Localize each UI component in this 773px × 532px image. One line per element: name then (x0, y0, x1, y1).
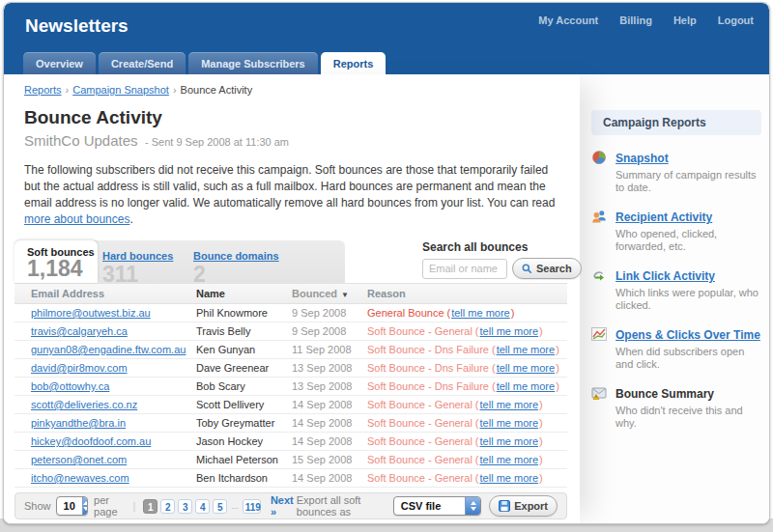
export-format-select[interactable]: CSV file (393, 496, 481, 516)
logout-link[interactable]: Logout (718, 14, 754, 26)
tell-me-more-link[interactable]: tell me more (497, 380, 556, 392)
tab-reports[interactable]: Reports (321, 52, 386, 74)
table-row: hickey@doofdoof.com.au Jason Hockey 14 S… (14, 433, 567, 451)
bounce-reason: Soft Bounce - Dns Failure(tell me more) (367, 362, 567, 374)
help-link[interactable]: Help (673, 14, 697, 26)
bounce-tabs-row: Soft bounces 1,184 Hard bounces 311 Boun… (14, 240, 567, 283)
reason-text: Soft Bounce - General (367, 435, 472, 447)
tell-me-more-link[interactable]: tell me more (480, 325, 539, 337)
tab-hard-bounces[interactable]: Hard bounces 311 (102, 246, 173, 285)
page-last[interactable]: 119 (243, 499, 261, 514)
reason-text: Soft Bounce - General (367, 417, 472, 429)
table-footer: Show 10 per page | 1 2 3 4 5 ... 119 Nex… (14, 492, 567, 519)
table-row: david@pir8mov.com Dave Greenear 13 Sep 2… (14, 359, 567, 378)
reason-text: Soft Bounce - Dns Failure (367, 380, 489, 392)
tell-me-more-link[interactable]: tell me more (480, 454, 539, 465)
bounce-date: 14 Sep 2008 (292, 435, 367, 447)
pie-chart-icon (591, 149, 608, 194)
link-click-activity-desc: Which links were popular, who clicked. (616, 287, 761, 312)
bounce-date: 9 Sep 2008 (292, 325, 367, 337)
page-3[interactable]: 3 (178, 499, 192, 514)
email-link[interactable]: hickey@doofdoof.com.au (31, 435, 151, 447)
people-icon (591, 208, 608, 253)
tell-me-more-link[interactable]: tell me more (451, 307, 510, 319)
sort-desc-icon: ▼ (341, 291, 349, 299)
billing-link[interactable]: Billing (619, 14, 652, 26)
bounce-date: 15 Sep 2008 (292, 454, 367, 465)
bounce-date: 13 Sep 2008 (292, 380, 367, 392)
tell-me-more-link[interactable]: tell me more (480, 435, 539, 447)
search-input[interactable] (422, 259, 507, 279)
bounce-summary-desc: Who didn't receive this and why. (616, 405, 761, 430)
subscriber-name: Michael Peterson (196, 454, 292, 465)
email-link[interactable]: david@pir8mov.com (31, 362, 128, 374)
email-link[interactable]: peterson@onet.com (31, 454, 127, 465)
column-name[interactable]: Name (196, 288, 292, 299)
subscriber-name: Phil Knowmore (196, 307, 292, 319)
tab-overview[interactable]: Overview (23, 52, 96, 74)
paren-close: ) (539, 435, 543, 447)
sidebar-item-link-click-activity[interactable]: Link Click Activity Which links were pop… (591, 266, 761, 312)
sidebar-item-snapshot[interactable]: Snapshot Summary of campaign results to … (591, 149, 761, 194)
email-link[interactable]: travis@calgaryeh.ca (31, 325, 128, 337)
page-4[interactable]: 4 (195, 499, 210, 514)
next-page-link[interactable]: Next » (271, 494, 297, 518)
page-2[interactable]: 2 (160, 499, 175, 514)
email-link[interactable]: scott@deliveries.co.nz (31, 399, 137, 410)
per-page-select[interactable]: 10 (56, 496, 89, 516)
more-about-bounces-link[interactable]: more about bounces (24, 212, 129, 226)
recipient-activity-link[interactable]: Recipient Activity (616, 210, 712, 224)
snapshot-link[interactable]: Snapshot (616, 152, 669, 165)
bounced-header-label: Bounced (292, 288, 337, 299)
column-bounced[interactable]: Bounced▼ (292, 288, 367, 299)
app-title: Newsletters (25, 15, 129, 37)
tell-me-more-link[interactable]: tell me more (480, 417, 539, 429)
column-email-address[interactable]: Email Address (14, 288, 196, 299)
sidebar-item-recipient-activity[interactable]: Recipient Activity Who opened, clicked, … (591, 208, 761, 253)
tell-me-more-link[interactable]: tell me more (480, 399, 539, 410)
tell-me-more-link[interactable]: tell me more (497, 344, 556, 355)
reason-text: General Bounce (367, 307, 444, 319)
bounce-date: 14 Sep 2008 (292, 399, 367, 410)
sidebar-item-opens-clicks-over-time[interactable]: Opens & Clicks Over Time When did subscr… (591, 325, 761, 371)
email-link[interactable]: bob@ottowhy.ca (31, 380, 109, 392)
export-button[interactable]: Export (489, 495, 558, 517)
column-reason[interactable]: Reason (367, 288, 567, 299)
link-click-activity-link[interactable]: Link Click Activity (616, 269, 715, 283)
hard-bounces-link[interactable]: Hard bounces (102, 250, 173, 262)
campaign-subtitle: SmithCo Updates - Sent 9 Sep 2008 at 11:… (24, 132, 580, 150)
paren-open: ( (475, 435, 479, 447)
my-account-link[interactable]: My Account (538, 14, 598, 26)
tab-bounce-domains[interactable]: Bounce domains 2 (193, 246, 279, 285)
tell-me-more-link[interactable]: tell me more (497, 362, 556, 374)
tab-manage-subscribers[interactable]: Manage Subscribers (188, 52, 318, 74)
search-button[interactable]: Search (512, 258, 582, 279)
tab-soft-bounces[interactable]: Soft bounces 1,184 (14, 240, 98, 283)
paren-open: ( (447, 307, 451, 319)
page-5[interactable]: 5 (213, 499, 227, 514)
page-1-current[interactable]: 1 (143, 499, 157, 514)
paren-open: ( (475, 417, 479, 429)
bounce-domains-link[interactable]: Bounce domains (193, 250, 279, 262)
email-link[interactable]: pinkyandthe@bra.in (31, 417, 126, 429)
tab-create-send[interactable]: Create/Send (99, 52, 186, 74)
email-link[interactable]: philmore@outwest.biz.au (31, 307, 151, 319)
opens-clicks-over-time-link[interactable]: Opens & Clicks Over Time (616, 328, 760, 342)
reason-text: Soft Bounce - General (367, 454, 472, 465)
email-link[interactable]: gunyan08@engadine.ftw.com.au (31, 344, 186, 355)
tell-me-more-link[interactable]: tell me more (480, 472, 539, 484)
bounce-reason: Soft Bounce - General(tell me more) (367, 325, 567, 337)
bounce-date: 14 Sep 2008 (292, 417, 367, 429)
paren-open: ( (492, 344, 496, 355)
main-content: Reports›Campaign Snapshot›Bounce Activit… (4, 74, 580, 524)
recipient-activity-desc: Who opened, clicked, forwarded, etc. (616, 228, 761, 253)
bounce-date: 11 Sep 2008 (292, 344, 367, 355)
breadcrumb-reports[interactable]: Reports (24, 84, 62, 96)
reason-text: Soft Bounce - Dns Failure (367, 362, 489, 374)
campaign-reports-sidebar: Campaign Reports Snapshot Summary of cam… (580, 74, 769, 524)
email-link[interactable]: itcho@newaves.com (31, 472, 129, 484)
breadcrumb-campaign-snapshot[interactable]: Campaign Snapshot (72, 84, 169, 96)
main-nav: Overview Create/Send Manage Subscribers … (23, 52, 386, 74)
bounce-domains-count: 2 (193, 264, 279, 285)
reason-text: Soft Bounce - General (367, 399, 472, 410)
